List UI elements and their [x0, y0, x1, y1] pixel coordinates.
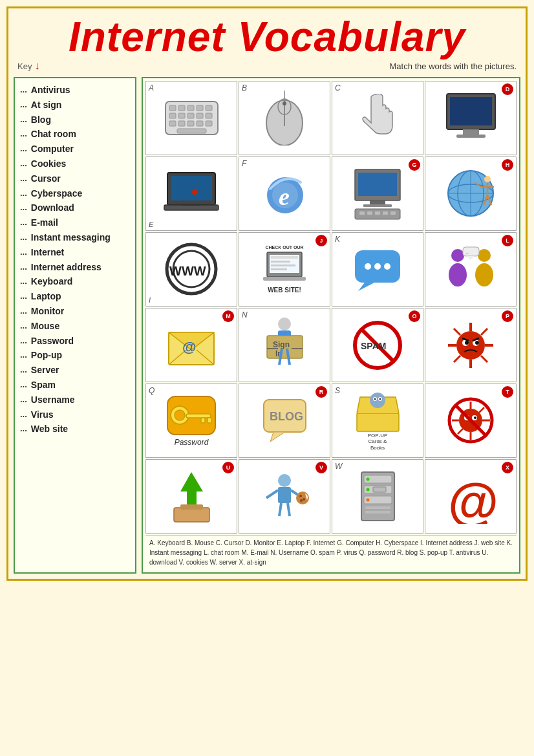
- svg-rect-161: [365, 511, 390, 513]
- label-d: D: [502, 83, 513, 95]
- svg-rect-1: [169, 105, 176, 111]
- svg-point-157: [366, 478, 369, 481]
- download-icon: [167, 469, 216, 524]
- svg-text:WWW: WWW: [169, 264, 206, 278]
- grid-cell-g: G: [332, 157, 423, 231]
- key-text: Key: [17, 61, 32, 71]
- chatroom-icon: ...: [443, 244, 498, 296]
- svg-rect-141: [180, 504, 203, 510]
- svg-line-101: [454, 356, 460, 362]
- label-i: I: [149, 296, 151, 304]
- svg-point-111: [175, 410, 185, 420]
- svg-rect-14: [197, 121, 203, 126]
- svg-rect-36: [370, 200, 385, 204]
- svg-point-30: [192, 189, 197, 195]
- answer-key-text: A. Keyboard B. Mouse C. Cursor D. Monito…: [149, 539, 513, 566]
- website-label-text: WEB SITE!: [268, 286, 301, 294]
- grid-cell-f: F e: [239, 157, 330, 231]
- grid-cell-m: M @: [145, 308, 237, 382]
- svg-rect-160: [365, 506, 390, 509]
- svg-rect-25: [456, 135, 486, 138]
- keyboard-icon: [164, 100, 219, 136]
- grid-cell-h: H: [425, 157, 517, 231]
- title-bar: Internet Vocabulary: [14, 14, 520, 59]
- vocab-item-server: ... Server: [20, 365, 130, 376]
- label-e: E: [149, 221, 153, 228]
- popup-icon: [354, 391, 402, 433]
- grid-cell-b: B: [239, 81, 330, 155]
- svg-point-68: [374, 263, 381, 270]
- popup-text: POP-UPCards &Books: [368, 433, 388, 451]
- svg-rect-62: [271, 261, 290, 263]
- vocab-item-internet-address: ... Internet address: [20, 262, 130, 273]
- label-l: L: [502, 235, 513, 246]
- grid-cell-l: L ...: [425, 232, 517, 307]
- vocab-item-download: ... Download: [20, 202, 130, 213]
- label-v: V: [315, 462, 327, 473]
- svg-rect-63: [271, 265, 295, 266]
- svg-rect-24: [463, 129, 479, 135]
- vocab-item-virus: ... Virus: [20, 409, 130, 420]
- svg-point-159: [366, 499, 369, 502]
- svg-rect-4: [197, 105, 203, 111]
- vocab-item-spam: ... Spam: [20, 380, 130, 391]
- svg-point-72: [478, 249, 491, 262]
- grid-cell-r: R BLOG: [239, 383, 330, 458]
- svg-rect-8: [187, 113, 194, 118]
- svg-rect-6: [169, 113, 176, 118]
- grid-cell-e: E: [145, 157, 237, 231]
- vocab-item-mouse: ... Mouse: [20, 321, 130, 332]
- svg-rect-35: [358, 173, 397, 196]
- svg-rect-118: [357, 413, 399, 431]
- vocab-item-blog: ... Blog: [20, 114, 130, 125]
- svg-rect-37: [363, 204, 392, 207]
- svg-marker-116: [270, 432, 285, 442]
- svg-line-99: [454, 329, 460, 335]
- svg-line-100: [481, 329, 487, 335]
- svg-point-119: [370, 393, 385, 408]
- grid-cell-j: J CHECK OUT OUR: [239, 232, 330, 307]
- svg-text:@: @: [182, 339, 196, 355]
- svg-point-70: [451, 249, 464, 262]
- svg-marker-139: [180, 472, 203, 504]
- svg-point-69: [384, 263, 390, 270]
- svg-point-142: [278, 474, 291, 487]
- instruction-text: Match the words with the pictures.: [389, 61, 517, 71]
- svg-point-151: [300, 499, 303, 502]
- svg-rect-42: [383, 211, 388, 215]
- svg-rect-41: [375, 211, 380, 215]
- label-x: X: [502, 462, 513, 473]
- answer-key: A. Keyboard B. Mouse C. Cursor D. Monito…: [145, 535, 517, 570]
- svg-rect-23: [450, 97, 492, 125]
- svg-line-102: [481, 356, 487, 362]
- subtitle-row: Key ↓ Match the words with the pictures.: [14, 59, 520, 74]
- svg-text:e: e: [279, 183, 290, 210]
- chat-bubble-image: [332, 233, 423, 306]
- label-k: K: [335, 235, 340, 244]
- svg-point-136: [474, 416, 476, 419]
- main-content: ... Antivirus ... At sign ... Blog ... C…: [14, 77, 520, 574]
- label-c: C: [335, 83, 341, 92]
- server-image: [332, 460, 423, 533]
- grid-cell-u: U: [145, 459, 237, 534]
- vocab-item-chatroom: ... Chat room: [20, 129, 130, 140]
- blog-icon: BLOG: [261, 396, 309, 445]
- svg-text:BLOG: BLOG: [270, 410, 303, 423]
- svg-rect-3: [187, 105, 194, 111]
- cursor-image: [332, 81, 423, 155]
- svg-rect-15: [206, 121, 212, 126]
- www-icon: WWW: [164, 242, 219, 297]
- grid-cell-o: O SPAM: [332, 308, 423, 382]
- mouse-image: [239, 81, 330, 155]
- svg-point-122: [374, 398, 376, 400]
- svg-rect-16: [177, 129, 206, 133]
- svg-point-73: [475, 263, 493, 286]
- mouse-icon: [262, 91, 307, 146]
- server-icon: [354, 469, 402, 524]
- cookies-icon: [259, 471, 310, 523]
- svg-rect-9: [197, 113, 203, 118]
- keyboard-image: [146, 81, 237, 155]
- grid-cell-c: C: [332, 81, 423, 155]
- vocab-item-username: ... Username: [20, 394, 130, 405]
- svg-text:SPAM: SPAM: [361, 341, 386, 351]
